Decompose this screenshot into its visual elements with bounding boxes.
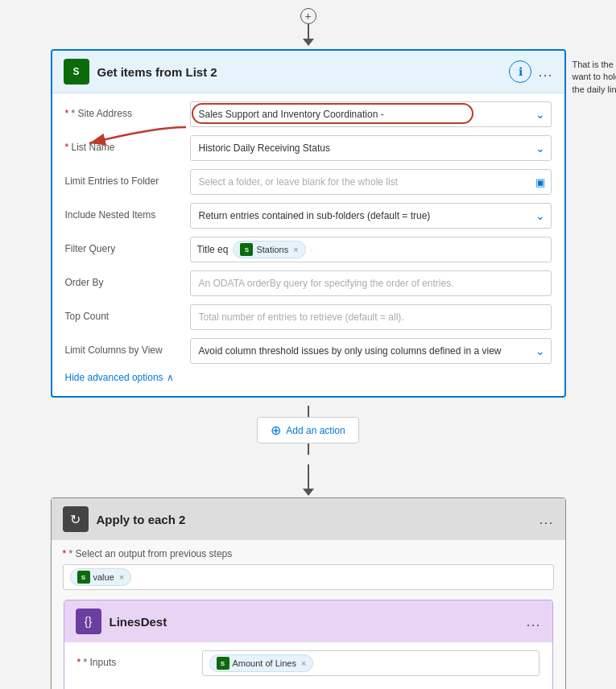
filter-query-field[interactable]: Title eq S Stations × · [190, 237, 552, 262]
more-options-button[interactable]: ... [538, 64, 552, 80]
card-body: * * Site Address Sales Support and Inven… [52, 93, 564, 396]
chip-sp-icon: S [240, 243, 253, 256]
amount-lines-chip[interactable]: S Amount of Lines × [209, 654, 314, 672]
add-step-top-button[interactable]: + [300, 8, 316, 24]
site-address-inner: Sales Support and Inventory Coordination… [190, 101, 552, 127]
top-count-row: Top Count Total number of entries to ret… [65, 304, 552, 330]
lines-dest-header: {} LinesDest ... [64, 600, 552, 642]
list-name-input-wrapper: Historic Daily Receiving Status ⌄ [190, 135, 552, 161]
list-name-label: * List Name [65, 135, 182, 153]
connector-line [308, 24, 309, 39]
list-name-field[interactable]: Historic Daily Receiving Status [190, 135, 552, 161]
filter-stations-chip[interactable]: S Stations × [233, 241, 305, 258]
add-action-area: ⊕ Add an action [51, 406, 566, 455]
loop-title: Apply to each 2 [97, 513, 531, 526]
annotation-callout: That is the second list I want to hold a… [573, 59, 617, 96]
include-nested-label: Include Nested Items [65, 203, 182, 221]
include-nested-row: Include Nested Items Return entries cont… [65, 203, 552, 229]
folder-icon: ▣ [535, 176, 545, 188]
middle-connector [303, 464, 314, 496]
order-by-label: Order By [65, 270, 182, 288]
top-count-label: Top Count [65, 304, 182, 322]
inputs-field-wrapper: S Amount of Lines × [202, 650, 540, 676]
limit-columns-row: Limit Columns by View Avoid column thres… [65, 338, 552, 364]
include-nested-input-wrapper: Return entries contained in sub-folders … [190, 203, 552, 229]
limit-entries-field[interactable]: Select a folder, or leave blank for the … [190, 169, 552, 195]
order-by-input-wrapper: An ODATA orderBy query for specifying th… [190, 270, 552, 296]
filter-query-label: Filter Query [65, 237, 182, 254]
chevron-up-icon: ∧ [167, 372, 174, 383]
site-address-label: * * Site Address [65, 101, 182, 119]
header-icons: ℹ ... [509, 60, 552, 83]
lines-dest-icon: {} [76, 609, 101, 634]
info-button[interactable]: ℹ [509, 60, 531, 83]
include-nested-field[interactable]: Return entries contained in sub-folders … [190, 203, 552, 229]
loop-body: * * Select an output from previous steps… [52, 540, 565, 689]
loop-icon: ↻ [63, 506, 89, 532]
hide-advanced-button[interactable]: Hide advanced options ∧ [65, 372, 552, 383]
filter-query-input-wrapper: Title eq S Stations × · [190, 237, 552, 262]
limit-entries-row: Limit Entries to Folder Select a folder,… [65, 169, 552, 195]
list-name-inner: Historic Daily Receiving Status ⌄ [190, 135, 552, 161]
top-count-field[interactable]: Total number of entries to retrieve (def… [190, 304, 552, 330]
top-connector: + [300, 8, 316, 46]
loop-select-label: * * Select an output from previous steps [63, 548, 554, 559]
site-address-input-wrapper: Sales Support and Inventory Coordination… [190, 101, 552, 127]
inputs-label: * * Inputs [77, 650, 194, 668]
loop-dots-icon: ... [539, 511, 553, 527]
arrow-down-icon [303, 39, 314, 46]
inputs-row: * * Inputs S Amount of Lines × [77, 650, 540, 676]
plus-icon: + [304, 10, 311, 23]
order-by-row: Order By An ODATA orderBy query for spec… [65, 270, 552, 296]
lines-dest-title: LinesDest [110, 615, 519, 629]
lines-dest-card: {} LinesDest ... * * Inputs [64, 600, 553, 689]
limit-columns-input-wrapper: Avoid column threshold issues by only us… [190, 338, 552, 364]
lines-dest-body: * * Inputs S Amount of Lines × [64, 642, 552, 689]
value-chip-close-icon[interactable]: × [119, 572, 124, 582]
site-address-field[interactable]: Sales Support and Inventory Coordination… [190, 101, 552, 127]
site-address-row: * * Site Address Sales Support and Inven… [65, 101, 552, 127]
value-chip[interactable]: S value × [70, 568, 132, 586]
inputs-chip-row[interactable]: S Amount of Lines × [202, 650, 540, 676]
lines-dest-container: {} LinesDest ... * * Inputs [63, 600, 554, 689]
chip-close-icon[interactable]: × [293, 245, 298, 254]
arrow-down-2-icon [303, 489, 314, 496]
limit-columns-inner: Avoid column threshold issues by only us… [190, 338, 552, 364]
limit-columns-label: Limit Columns by View [65, 338, 182, 356]
top-count-input-wrapper: Total number of entries to retrieve (def… [190, 304, 552, 330]
order-by-field[interactable]: An ODATA orderBy query for specifying th… [190, 270, 552, 296]
loop-card-header: ↻ Apply to each 2 ... [52, 498, 565, 540]
lines-dest-dots-icon: ... [526, 613, 540, 629]
dots-icon: ... [538, 64, 552, 80]
limit-entries-input-wrapper: Select a folder, or leave blank for the … [190, 169, 552, 195]
get-items-card: That is the second list I want to hold a… [51, 49, 566, 398]
card-header: S Get items from List 2 ℹ ... [52, 51, 564, 93]
connector-line-3 [308, 444, 309, 455]
limit-columns-field[interactable]: Avoid column threshold issues by only us… [190, 338, 552, 364]
loop-value-row[interactable]: S value × [63, 564, 554, 590]
main-canvas: + That is the second list I want to hold… [0, 0, 616, 689]
value-sp-icon: S [77, 571, 90, 584]
connector-line-2 [308, 406, 309, 417]
lines-dest-more-button[interactable]: ... [526, 613, 540, 630]
apply-each-card: ↻ Apply to each 2 ... * * Select an outp… [51, 497, 566, 689]
include-nested-inner: Return entries contained in sub-folders … [190, 203, 552, 229]
amount-chip-close-icon[interactable]: × [301, 658, 306, 668]
list-name-row: * List Name Historic Daily Receiving Sta… [65, 135, 552, 161]
card-title: Get items from List 2 [97, 65, 502, 79]
amount-sp-icon: S [217, 657, 229, 670]
add-action-icon: ⊕ [271, 423, 281, 438]
info-icon: ℹ [519, 65, 523, 78]
connector-line-long [308, 464, 309, 489]
sharepoint-icon: S [64, 59, 89, 85]
limit-entries-inner: Select a folder, or leave blank for the … [190, 169, 552, 195]
filter-query-row: Filter Query Title eq S Stations × · [65, 237, 552, 262]
add-action-button[interactable]: ⊕ Add an action [257, 417, 358, 444]
limit-entries-label: Limit Entries to Folder [65, 169, 182, 187]
loop-more-options-button[interactable]: ... [539, 511, 553, 528]
